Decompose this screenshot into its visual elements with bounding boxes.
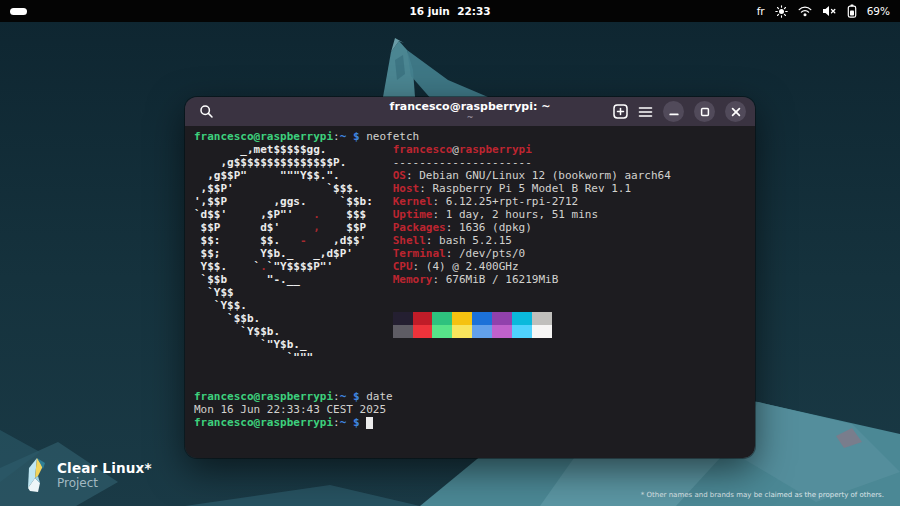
window-title: francesco@raspberrypi: ~: [390, 100, 551, 113]
maximize-button[interactable]: [694, 101, 715, 122]
battery-percent: 69%: [867, 5, 890, 17]
clearlinux-title: Clear Linux*: [57, 461, 152, 476]
clearlinux-logo-icon: [26, 456, 48, 494]
brightness-icon: [775, 5, 788, 18]
disclaimer-text: * Other names and brands may be claimed …: [641, 491, 884, 499]
terminal-window: francesco@raspberrypi: ~ ~: [185, 97, 755, 458]
terminal-output[interactable]: francesco@raspberrypi:~ $ neofetch _,met…: [185, 126, 755, 458]
desktop: 16 juin 22:33 fr 69% francesco@r: [0, 0, 900, 506]
search-icon[interactable]: [199, 104, 214, 119]
clock[interactable]: 16 juin 22:33: [409, 0, 490, 22]
volume-muted-icon: [822, 5, 837, 17]
wifi-icon: [798, 5, 812, 17]
top-bar: 16 juin 22:33 fr 69%: [0, 0, 900, 22]
minimize-button[interactable]: [663, 101, 684, 122]
clearlinux-text: Clear Linux* Project: [57, 461, 152, 490]
clearlinux-subtitle: Project: [57, 476, 152, 490]
clearlinux-branding: Clear Linux* Project: [26, 456, 152, 494]
new-tab-button[interactable]: [613, 104, 628, 119]
menu-button[interactable]: [638, 106, 653, 118]
close-button[interactable]: [725, 101, 746, 122]
window-controls: [613, 97, 746, 126]
battery-icon: [847, 4, 857, 18]
system-tray[interactable]: fr 69%: [757, 0, 890, 22]
keyboard-layout-indicator[interactable]: fr: [757, 5, 765, 17]
terminal-headerbar[interactable]: francesco@raspberrypi: ~ ~: [185, 97, 755, 126]
activities-pill[interactable]: [10, 8, 27, 15]
window-subtitle: ~: [390, 113, 551, 122]
window-title-area: francesco@raspberrypi: ~ ~: [390, 100, 551, 122]
